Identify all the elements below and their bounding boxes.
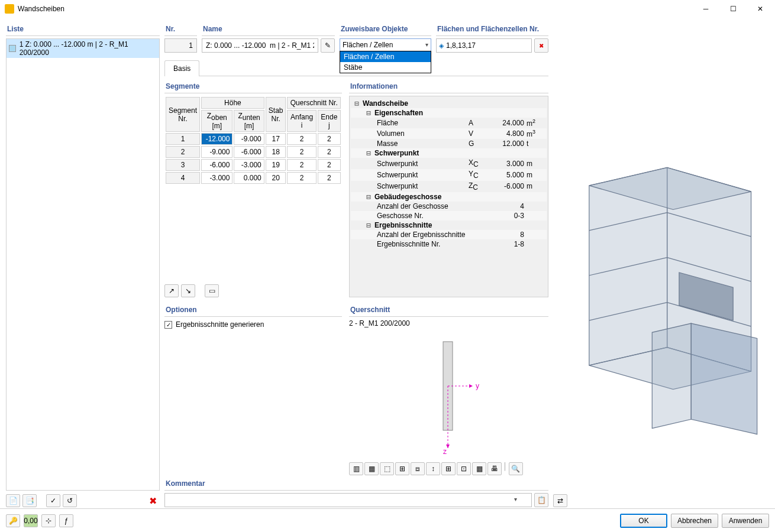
checkbox-icon: ✓ [164, 321, 172, 329]
cross-section-preview: y z [349, 330, 548, 460]
surfaces-input[interactable]: ◈ 1,8,13,17 [436, 38, 532, 53]
assign-title: Zuweisbare Objekte [340, 22, 431, 36]
cs-tool-2[interactable]: ▦ [364, 462, 379, 475]
apply-button[interactable]: Anwenden [722, 514, 769, 528]
th-hoehe: Höhe [201, 97, 264, 109]
3d-viewport[interactable] [553, 59, 769, 492]
footer-units-button[interactable]: 0,00 [24, 514, 38, 527]
assign-option[interactable]: Stäbe [340, 62, 431, 73]
assign-select[interactable]: Flächen / Zellen ▾ Flächen / Zellen Stäb… [340, 38, 431, 51]
titlebar: Wandscheiben ─ ☐ ✕ [0, 0, 775, 18]
info-title: Informationen [349, 80, 548, 93]
check-button[interactable]: ✓ [46, 494, 60, 507]
cs-tool-7[interactable]: ⊞ [441, 462, 456, 475]
list-item-label: 1 Z: 0.000 ... -12.000 m | 2 - R_M1 200/… [20, 40, 157, 57]
th-qnr: Querschnitt Nr. [287, 97, 341, 109]
cs-tool-3[interactable]: ⬚ [380, 462, 394, 475]
list-title: Liste [6, 22, 160, 36]
seg-edit-button[interactable]: ▭ [205, 284, 219, 297]
copy-button[interactable]: 📑 [22, 494, 37, 507]
table-row[interactable]: 1-12.000-9.0001722 [166, 133, 341, 145]
maximize-button[interactable]: ☐ [719, 1, 747, 17]
seg-add-button[interactable]: ↗ [164, 284, 179, 297]
footer-script-button[interactable]: ƒ [59, 514, 73, 527]
edit-name-button[interactable]: ✎ [321, 38, 335, 53]
layers-icon: ◈ [439, 42, 444, 50]
th-anfang: Anfang i [287, 110, 316, 132]
delete-button[interactable]: ✖ [146, 494, 160, 507]
segments-table[interactable]: SegmentNr. Höhe StabNr. Querschnitt Nr. … [164, 96, 342, 185]
table-row[interactable]: 4-3.0000.0002022 [166, 172, 341, 184]
chevron-down-icon: ▾ [514, 496, 517, 502]
close-button[interactable]: ✕ [747, 1, 774, 17]
cs-tool-5[interactable]: ⧈ [411, 462, 425, 475]
new-button[interactable]: 📄 [6, 494, 20, 507]
cs-tool-find[interactable]: 🔍 [509, 462, 523, 475]
name-input[interactable] [202, 38, 318, 53]
nr-title: Nr. [164, 22, 197, 36]
footer-help-button[interactable]: 🔑 [6, 514, 20, 527]
seg-remove-button[interactable]: ↘ [181, 284, 195, 297]
cancel-button[interactable]: Abbrechen [671, 514, 718, 528]
th-segnr: SegmentNr. [166, 97, 200, 132]
th-ende: Ende j [318, 110, 341, 132]
svg-marker-19 [652, 323, 691, 428]
cross-label: 2 - R_M1 200/2000 [349, 319, 548, 327]
footer-coords-button[interactable]: ⊹ [41, 514, 56, 527]
list-item[interactable]: 1 Z: 0.000 ... -12.000 m | 2 - R_M1 200/… [7, 39, 159, 58]
th-zunten: Zunten [m] [234, 110, 264, 132]
cs-tool-4[interactable]: ⊞ [395, 462, 409, 475]
3d-switch-button[interactable]: ⇄ [553, 494, 567, 507]
nr-value: 1 [164, 38, 197, 53]
pick-surfaces-button[interactable]: ✖ [534, 38, 548, 53]
app-icon [5, 4, 14, 14]
svg-marker-2 [469, 384, 473, 388]
th-zoben: Zoben [m] [201, 110, 233, 132]
assign-dropdown: Flächen / Zellen Stäbe [340, 51, 431, 73]
comment-library-button[interactable]: 📋 [534, 493, 548, 507]
segments-title: Segmente [164, 80, 342, 93]
minimize-button[interactable]: ─ [692, 1, 719, 17]
option-generate-check[interactable]: ✓ Ergebnisschnitte generieren [164, 320, 342, 329]
th-stabnr: StabNr. [266, 97, 286, 132]
ok-button[interactable]: OK [620, 514, 667, 528]
assign-option[interactable]: Flächen / Zellen [340, 51, 431, 62]
tab-basis[interactable]: Basis [164, 60, 199, 76]
comment-input[interactable]: ▾ [164, 493, 532, 507]
cs-tool-grid[interactable]: ▦ [472, 462, 486, 475]
list-box[interactable]: 1 Z: 0.000 ... -12.000 m | 2 - R_M1 200/… [6, 38, 160, 491]
chevron-down-icon: ▾ [425, 41, 428, 48]
cs-tool-1[interactable]: ▥ [349, 462, 363, 475]
svg-text:y: y [476, 382, 479, 390]
svg-marker-18 [691, 323, 757, 434]
cs-tool-print[interactable]: 🖶 [487, 462, 502, 475]
surfaces-title: Flächen und Flächenzellen Nr. [436, 22, 548, 36]
info-tree[interactable]: ⊟Wandscheibe ⊟Eigenschaften FlächeA24.00… [349, 96, 548, 297]
svg-text:z: z [443, 447, 447, 456]
table-row[interactable]: 3-6.000-3.0001922 [166, 159, 341, 171]
table-row[interactable]: 2-9.000-6.0001822 [166, 146, 341, 158]
name-title: Name [202, 22, 335, 36]
cross-title: Querschnitt [349, 303, 548, 317]
cs-tool-6[interactable]: ↕ [426, 462, 440, 475]
comment-title: Kommentar [164, 477, 548, 491]
cs-tool-8[interactable]: ⊡ [457, 462, 471, 475]
item-icon [9, 45, 16, 52]
window-title: Wandscheiben [18, 5, 692, 13]
check2-button[interactable]: ↺ [63, 494, 77, 507]
options-title: Optionen [164, 303, 342, 317]
